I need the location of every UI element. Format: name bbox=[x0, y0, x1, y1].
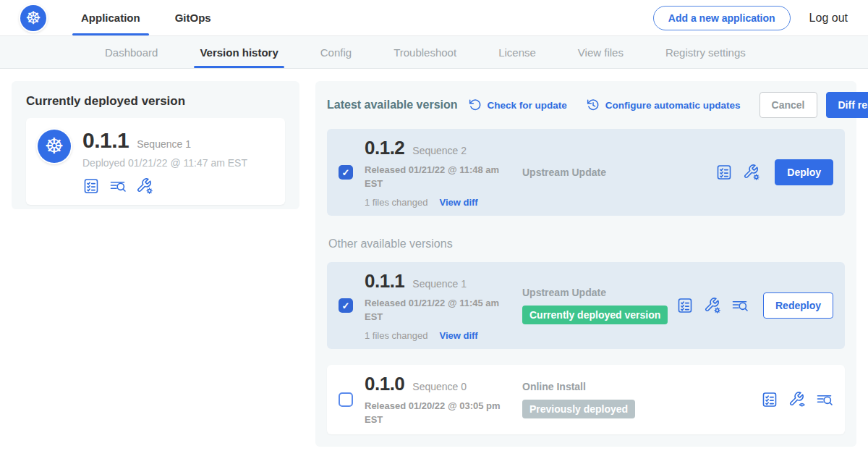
diff-releases-button[interactable]: Diff releases bbox=[826, 92, 868, 118]
redeploy-button[interactable]: Redeploy bbox=[763, 292, 833, 319]
deployed-version-card: ☸ 0.1.1 Sequence 1 Deployed 01/21/22 @ 1… bbox=[26, 118, 285, 205]
version-select-checkbox[interactable] bbox=[339, 165, 353, 180]
app-kubernetes-icon: ☸ bbox=[38, 130, 71, 163]
released-timestamp: Released 01/21/22 @ 11:45 am EST bbox=[365, 297, 506, 324]
release-notes-icon[interactable] bbox=[676, 297, 694, 314]
check-update-icon bbox=[468, 98, 482, 112]
version-row-0-1-1: 0.1.1 Sequence 1 Released 01/21/22 @ 11:… bbox=[327, 262, 845, 349]
previously-deployed-badge: Previously deployed bbox=[522, 400, 635, 418]
other-versions-title: Other available versions bbox=[328, 237, 845, 250]
deployed-sequence-label: Sequence 1 bbox=[137, 138, 191, 150]
edit-config-icon[interactable] bbox=[743, 164, 760, 181]
files-changed-label: 1 files changed bbox=[365, 197, 427, 208]
release-notes-icon[interactable] bbox=[715, 164, 733, 181]
version-source-label: Online Install bbox=[522, 381, 761, 392]
tab-config[interactable]: Config bbox=[320, 36, 352, 68]
sequence-label: Sequence 1 bbox=[412, 278, 467, 290]
tab-version-history[interactable]: Version history bbox=[200, 36, 278, 68]
currently-deployed-badge: Currently deployed version bbox=[522, 306, 668, 324]
version-row-0-1-2: 0.1.2 Sequence 2 Released 01/21/22 @ 11:… bbox=[327, 129, 845, 216]
tab-troubleshoot[interactable]: Troubleshoot bbox=[393, 36, 456, 68]
version-number: 0.1.0 bbox=[365, 373, 404, 395]
tab-view-files[interactable]: View files bbox=[578, 36, 624, 68]
configure-auto-updates-link[interactable]: Configure automatic updates bbox=[586, 98, 741, 112]
tab-dashboard[interactable]: Dashboard bbox=[105, 36, 158, 68]
view-diff-link[interactable]: View diff bbox=[439, 197, 477, 208]
sequence-label: Sequence 0 bbox=[412, 381, 467, 392]
app-sub-nav: Dashboard Version history Config Trouble… bbox=[0, 36, 868, 69]
latest-available-title: Latest available version bbox=[327, 98, 458, 111]
deployed-timestamp: Deployed 01/21/22 @ 11:47 am EST bbox=[82, 157, 247, 169]
released-timestamp: Released 01/20/22 @ 03:05 pm EST bbox=[365, 400, 506, 427]
cancel-button[interactable]: Cancel bbox=[760, 92, 817, 118]
check-for-update-link[interactable]: Check for update bbox=[468, 98, 567, 112]
check-update-label: Check for update bbox=[488, 100, 567, 111]
tab-gitops[interactable]: GitOps bbox=[165, 0, 221, 35]
auto-update-icon bbox=[586, 98, 600, 112]
currently-deployed-panel: Currently deployed version ☸ 0.1.1 Seque… bbox=[12, 81, 299, 209]
deployed-version-number: 0.1.1 bbox=[82, 128, 129, 153]
version-select-checkbox[interactable] bbox=[339, 392, 353, 407]
release-notes-icon[interactable] bbox=[82, 177, 100, 195]
version-row-0-1-0: 0.1.0 Sequence 0 Released 01/20/22 @ 03:… bbox=[327, 365, 845, 434]
kubernetes-logo-icon: ☸ bbox=[20, 5, 46, 31]
add-application-button[interactable]: Add a new application bbox=[653, 6, 791, 30]
view-files-icon[interactable] bbox=[816, 391, 833, 408]
version-source-label: Upstream Update bbox=[522, 287, 676, 298]
tab-application[interactable]: Application bbox=[71, 0, 150, 35]
tab-license[interactable]: License bbox=[498, 36, 536, 68]
logout-link[interactable]: Log out bbox=[809, 12, 848, 25]
top-nav: ☸ Application GitOps Add a new applicati… bbox=[0, 0, 868, 36]
edit-config-icon[interactable] bbox=[136, 177, 153, 195]
view-diff-link[interactable]: View diff bbox=[439, 330, 477, 341]
auto-updates-label: Configure automatic updates bbox=[605, 100, 741, 111]
available-versions-panel: Latest available version Check for updat… bbox=[315, 81, 856, 447]
version-source-label: Upstream Update bbox=[522, 167, 715, 178]
deployed-panel-title: Currently deployed version bbox=[26, 94, 285, 109]
tab-registry-settings[interactable]: Registry settings bbox=[665, 36, 746, 68]
released-timestamp: Released 01/21/22 @ 11:48 am EST bbox=[365, 164, 506, 191]
files-changed-label: 1 files changed bbox=[365, 330, 427, 341]
sequence-label: Sequence 2 bbox=[412, 145, 467, 156]
version-number: 0.1.2 bbox=[365, 137, 404, 159]
version-number: 0.1.1 bbox=[365, 270, 404, 292]
edit-config-icon[interactable] bbox=[704, 297, 721, 314]
view-files-icon[interactable] bbox=[731, 297, 749, 314]
version-select-checkbox[interactable] bbox=[339, 298, 353, 313]
release-notes-icon[interactable] bbox=[761, 391, 778, 408]
view-config-icon[interactable] bbox=[788, 391, 806, 408]
deploy-button[interactable]: Deploy bbox=[775, 159, 833, 185]
view-files-icon[interactable] bbox=[109, 177, 127, 195]
